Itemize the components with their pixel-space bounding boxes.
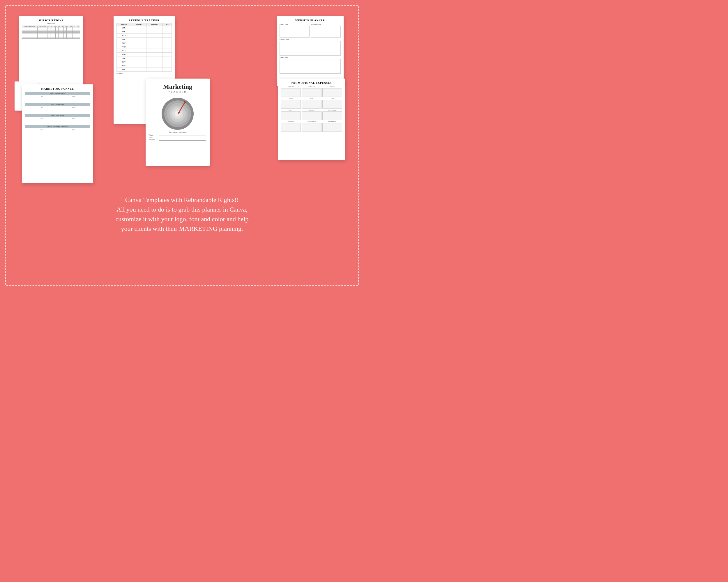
- website-keywords-group: Keywords/Tags: [311, 24, 341, 37]
- promo-june: JUNE: [322, 98, 342, 109]
- table-row: JAN: [117, 26, 172, 30]
- cover-title: Marketing: [163, 83, 192, 90]
- cards-area: SUBSCRIPTIONS MONTHLY SUBSCRIPTION AMOUN…: [0, 0, 364, 189]
- funnel-card: MARKETING FUNNEL Step 1: Be Discovered G…: [22, 84, 93, 183]
- promo-january: JANUARY: [281, 86, 301, 97]
- launch-ideas-box: [280, 59, 341, 74]
- launch-date-label: Launch Date: [280, 24, 310, 25]
- website-title: WEBSITE PLANNER: [280, 19, 341, 22]
- promo-may: MAY: [302, 98, 321, 109]
- promo-april: APRIL: [281, 98, 301, 109]
- funnel-step-2-row: GoalNow: [25, 107, 90, 109]
- table-row: JUNE: [117, 45, 172, 49]
- table-row: MAY: [117, 41, 172, 45]
- launch-date-box: [280, 26, 310, 37]
- promo-february: FEBRUARY: [302, 86, 321, 97]
- table-row: APR: [117, 37, 172, 41]
- funnel-step-3-row: GoalNow: [25, 117, 90, 120]
- promo-grid: JANUARY FEBRUARY MARCH APRIL MAY JUNE: [281, 86, 342, 132]
- table-row: [22, 38, 80, 39]
- promo-august: AUGUST: [302, 109, 321, 120]
- table-row: OCT: [117, 60, 172, 64]
- funnel-step-3-header: Step 3: Take Action: [25, 114, 90, 117]
- funnel-title: MARKETING FUNNEL: [25, 87, 90, 90]
- cover-card: Marketing PLANNER This planner belongs t…: [146, 79, 210, 166]
- cover-business-field: Business: [149, 139, 206, 141]
- col-subscription: SUBSCRIPTION: [22, 26, 37, 28]
- promo-july: JULY: [281, 109, 301, 120]
- subscriptions-subtitle: MONTHLY: [22, 23, 80, 24]
- footer-line3: customize it with your logo, font and co…: [115, 215, 249, 223]
- table-row: MAR: [117, 34, 172, 37]
- table-row: NOV: [117, 64, 172, 68]
- table-row: SEP: [117, 56, 172, 60]
- launch-ideas-label: Launch Ideas: [280, 57, 341, 58]
- subscriptions-title: SUBSCRIPTIONS: [22, 19, 80, 22]
- table-row: FEB: [117, 30, 172, 34]
- revenue-notes: NOTES:: [116, 73, 172, 75]
- promo-november: NOVEMBER: [302, 121, 321, 132]
- cover-name-field: Name: [149, 134, 206, 136]
- col-amount: AMOUNT: [37, 26, 48, 28]
- subscriptions-table: SUBSCRIPTION AMOUNT 23 45 67 89 101112: [22, 26, 80, 39]
- funnel-step-1-header: Step 1: Be Discovered: [25, 92, 90, 95]
- footer-text: Canva Templates with Rebrandable Rights!…: [18, 195, 346, 233]
- funnel-step-2-header: Step 2: Gain Trust: [25, 103, 90, 106]
- footer-line2: All you need to do is to grab this plann…: [116, 206, 248, 213]
- website-planner-card: WEBSITE PLANNER Launch Date Keywords/Tag…: [277, 16, 344, 86]
- funnel-step-1-row: GoalNow: [25, 95, 90, 98]
- table-row: AUG: [117, 53, 172, 56]
- promo-october: OCTOBER: [281, 121, 301, 132]
- target-icon: [160, 95, 195, 130]
- website-grid: Launch Date Keywords/Tags Research Ideas…: [280, 24, 341, 74]
- cover-subtitle: PLANNER: [168, 90, 187, 93]
- promo-expenses-card: PROMOTIONAL EXPENSES JANUARY FEBRUARY MA…: [278, 79, 345, 160]
- table-row: JULY: [117, 49, 172, 53]
- table-row: DEC: [117, 68, 172, 72]
- keywords-label: Keywords/Tags: [311, 24, 341, 25]
- research-ideas-label: Research Ideas: [280, 39, 341, 40]
- cover-belongs-to: This planner belongs to: [168, 131, 186, 133]
- keywords-box: [311, 26, 341, 37]
- footer-line1: Canva Templates with Rebrandable Rights!…: [125, 196, 239, 203]
- promo-december: DECEMBER: [322, 121, 342, 132]
- revenue-table: MONTH INCOME EXPENSE NET JAN FEB MAR APR…: [116, 23, 172, 72]
- promo-title: PROMOTIONAL EXPENSES: [281, 82, 342, 84]
- revenue-title: REVENUE TRACKER: [116, 19, 172, 22]
- footer-line4: your clients with their MARKETING planni…: [121, 225, 243, 232]
- research-ideas-box: [280, 41, 341, 56]
- website-launch-date-group: Launch Date: [280, 24, 310, 37]
- funnel-step-4-row: GoalNow: [25, 129, 90, 131]
- website-research-group: Research Ideas: [280, 39, 341, 56]
- website-launch-group: Launch Ideas: [280, 57, 341, 74]
- funnel-step-4-header: Step 4: Encourage Advocacy: [25, 125, 90, 128]
- footer-text-section: Canva Templates with Rebrandable Rights!…: [0, 192, 364, 239]
- cover-email-field: Email: [149, 137, 206, 138]
- promo-september: SEPTEMBER: [322, 109, 342, 120]
- promo-march: MARCH: [322, 86, 342, 97]
